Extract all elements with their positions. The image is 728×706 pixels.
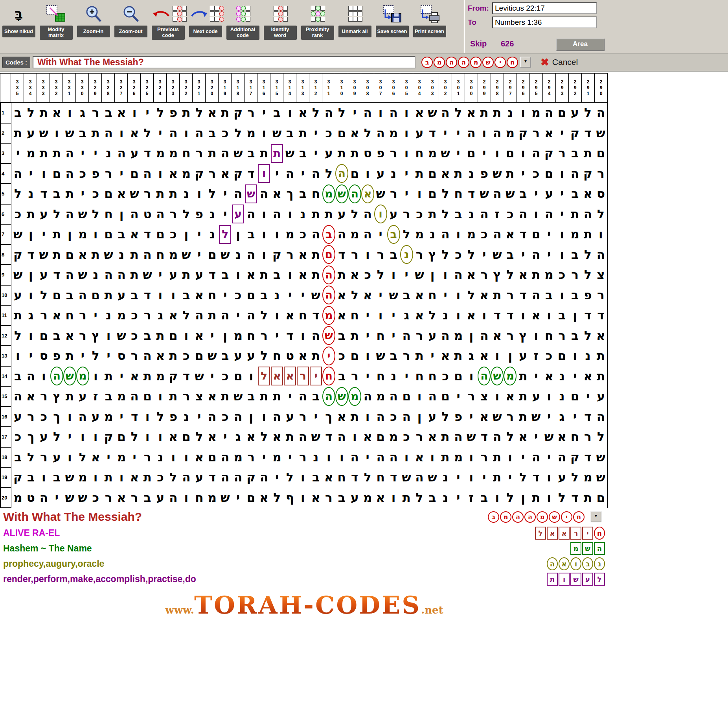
save-screen-button[interactable]: Save screen — [373, 0, 411, 37]
matrix-cell: מ — [180, 164, 193, 184]
matrix-cell: ה — [141, 245, 154, 265]
matrix-cell: ע — [154, 488, 167, 508]
matrix-cell: ד — [581, 447, 594, 468]
matrix-cell: א — [115, 184, 128, 204]
to-field[interactable] — [492, 17, 597, 28]
matrix-cell: ש — [63, 123, 76, 144]
matrix-cell: ו — [50, 123, 63, 144]
highlighted-letter: מ — [322, 184, 335, 203]
print-screen-button[interactable]: Print screen — [411, 0, 448, 37]
matrix-cell: פ — [581, 285, 594, 306]
matrix-cell: ק — [245, 467, 257, 488]
matrix-cell: ר — [348, 366, 361, 387]
matrix-cell: ם — [128, 164, 141, 184]
matrix-cell: ו — [257, 164, 270, 184]
matrix-cell: ב — [296, 184, 309, 204]
matrix-row: 1בלתאוגרבאוילפתלאתקריבואלהליהוהואשהלאתתנ… — [0, 103, 607, 123]
matrix-cell: ב — [257, 285, 270, 306]
matrix-cell: ם — [141, 386, 154, 407]
matrix-cell: א — [361, 184, 374, 204]
next-code-button[interactable]: Next code — [187, 0, 224, 37]
legend-letter-glyph: ת — [547, 573, 558, 586]
matrix-cell: ל — [193, 427, 206, 447]
matrix-cell: ב — [568, 326, 581, 346]
matrix-cell: מ — [24, 143, 37, 164]
matrix-cell: ה — [581, 204, 594, 225]
matrix-cell: צ — [594, 265, 607, 285]
matrix-cell: ת — [413, 164, 426, 184]
column-header: 330 — [76, 73, 89, 102]
matrix-cell: פ — [167, 103, 180, 123]
identify-word-button[interactable]: Identify word — [261, 0, 299, 40]
matrix-cell: ו — [296, 467, 309, 488]
matrix-cell: ו — [296, 326, 309, 346]
matrix-row: 9שןעדהשנההתשיעתעדבואתבואתהתאכלוישןוהארץל… — [0, 265, 607, 285]
highlighted-letter: מ — [348, 387, 361, 406]
area-button[interactable]: Area — [556, 39, 605, 51]
previous-code-button[interactable]: Previous code — [149, 0, 187, 40]
matrix-cell: י — [270, 326, 283, 346]
matrix-cell: ה — [141, 346, 154, 366]
matrix-cell: נ — [504, 103, 517, 123]
matrix-cell: ש — [413, 265, 426, 285]
matrix-cell: ה — [193, 123, 206, 144]
matrix-cell: ב — [245, 224, 257, 245]
modify-matrix-button[interactable]: Modify matrix — [37, 0, 75, 40]
matrix-cell: ק — [517, 123, 529, 144]
matrix-cell: מ — [374, 386, 387, 407]
codes-input[interactable] — [33, 56, 415, 68]
matrix-cell: ת — [270, 386, 283, 407]
matrix-cell: ו — [400, 123, 413, 144]
matrix-cell: ו — [491, 346, 504, 366]
matrix-cell: ה — [245, 204, 257, 225]
matrix-cell: א — [529, 305, 542, 326]
column-header: 304 — [413, 73, 426, 102]
matrix-cell: ה — [270, 204, 283, 225]
matrix-cell: ה — [270, 407, 283, 427]
highlighted-letter: ר — [297, 367, 309, 385]
highlighted-letter: מ — [322, 306, 335, 325]
unmark-all-button[interactable]: Unmark all — [336, 0, 373, 37]
matrix-cell: ם — [245, 488, 257, 508]
zoom-in-button[interactable]: Zoom-in — [75, 0, 112, 37]
additional-code-button[interactable]: Additional code — [224, 0, 261, 40]
code-letter-circle: י — [495, 57, 506, 68]
matrix-cell: ח — [413, 143, 426, 164]
matrix-cell: ם — [335, 123, 348, 144]
matrix-cell: ה — [219, 305, 232, 326]
matrix-cell: ב — [270, 265, 283, 285]
matrix-cell: א — [322, 467, 335, 488]
matrix-cell: ל — [309, 103, 322, 123]
row-number: 5 — [0, 184, 11, 204]
matrix-cell: מ — [154, 366, 167, 387]
matrix-cell: ר — [206, 164, 219, 184]
cancel-button[interactable]: ✖ Cancel — [540, 56, 578, 68]
matrix-cell: י — [348, 103, 361, 123]
matrix-cell: ק — [232, 103, 245, 123]
codes-dropdown-button[interactable]: ▼ — [520, 57, 531, 68]
legend: ALIVE RA-ELלאאריחHashem ~ The Nameמשהpro… — [0, 525, 609, 587]
matrix-cell: ם — [322, 245, 335, 265]
matrix-cell: ת — [581, 488, 594, 508]
matrix-cell: ו — [452, 285, 465, 306]
matrix-cell: ל — [270, 488, 283, 508]
proximity-rank-button[interactable]: Proximity rank — [299, 0, 336, 40]
matrix-cell: נ — [465, 204, 478, 225]
matrix-cell: ו — [400, 103, 413, 123]
result-dropdown-button[interactable]: ▼ — [590, 511, 601, 522]
matrix-cell: י — [309, 366, 322, 387]
matrix-cell: ת — [141, 366, 154, 387]
matrix-cell: ל — [465, 245, 478, 265]
zoom-in-label: Zoom-in — [77, 26, 110, 37]
matrix-cell: י — [568, 407, 581, 427]
from-field[interactable] — [492, 2, 597, 14]
matrix-cell: ע — [594, 386, 607, 407]
matrix-cell: ב — [309, 386, 322, 407]
matrix-cell: מ — [76, 467, 89, 488]
zoom-out-button[interactable]: Zoom-out — [112, 0, 149, 37]
legend-term-text: Hashem ~ The Name — [0, 543, 92, 554]
show-nikud-button[interactable]: בָּ Show nikud — [0, 0, 37, 37]
matrix-cell: נ — [102, 143, 115, 164]
matrix-cell: ח — [426, 366, 439, 387]
matrix-cell: ה — [529, 245, 542, 265]
